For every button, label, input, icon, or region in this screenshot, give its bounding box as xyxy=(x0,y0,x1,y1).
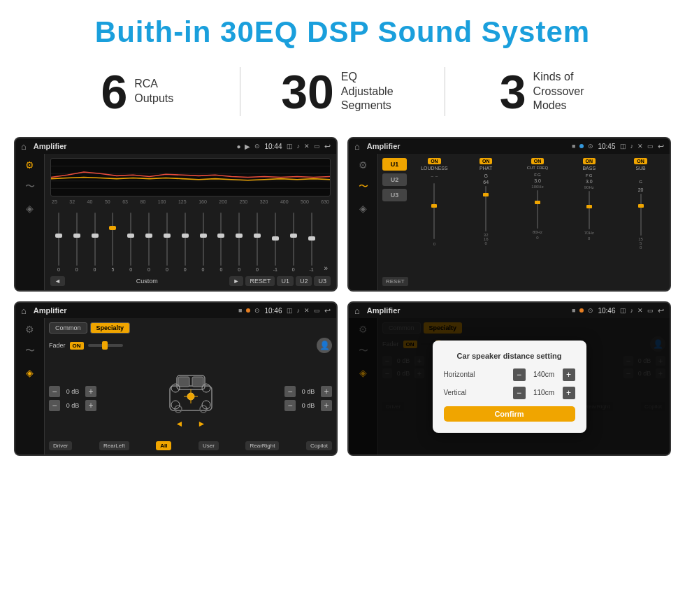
xover-home-icon[interactable]: ⌂ xyxy=(354,141,360,152)
xover-reset-btn[interactable]: RESET xyxy=(382,277,408,286)
dialog-horizontal-row: Horizontal − 140cm + xyxy=(444,368,575,381)
slider-12[interactable]: 0 xyxy=(249,213,266,272)
horizontal-plus-btn[interactable]: + xyxy=(563,368,575,381)
prev-mode-btn[interactable]: ◄ xyxy=(50,276,65,286)
slider-5[interactable]: 0 xyxy=(122,213,139,272)
user-icon: 👤 xyxy=(319,341,330,350)
u1-xover-btn[interactable]: U1 xyxy=(382,158,407,171)
fader-sidebar-wave-icon[interactable]: 〜 xyxy=(25,345,35,357)
u3-xover-btn[interactable]: U3 xyxy=(382,189,407,201)
eq-status-bar: Amplifier ● ▶ ⊙ 10:44 ◫ ♪ ✕ ▭ ↩ xyxy=(15,138,336,154)
fader-on-badge[interactable]: ON xyxy=(70,342,84,350)
car-diagram-svg xyxy=(163,368,219,417)
loudness-on-btn[interactable]: ON xyxy=(428,158,441,164)
xover-sidebar-eq-icon[interactable]: ⚙ xyxy=(359,159,368,171)
sub-on-btn[interactable]: ON xyxy=(634,158,647,164)
eq-dot1: ● xyxy=(236,143,240,150)
gain-fr-plus[interactable]: + xyxy=(321,386,332,397)
reset-btn[interactable]: RESET xyxy=(245,276,275,286)
confirm-button[interactable]: Confirm xyxy=(444,406,575,422)
eq-cam-icon: ◫ xyxy=(287,143,293,150)
fader-home-icon[interactable]: ⌂ xyxy=(21,306,27,316)
vertical-minus-btn[interactable]: − xyxy=(513,387,526,399)
eq-sidebar-speaker-icon[interactable]: ◈ xyxy=(26,203,34,214)
gain-fl-minus[interactable]: − xyxy=(49,386,60,397)
slider-1[interactable]: 0 xyxy=(50,213,67,272)
u1-btn[interactable]: U1 xyxy=(277,276,294,286)
tab-common-btn[interactable]: Common xyxy=(49,322,87,334)
fader-left-sidebar: ⚙ 〜 ◈ xyxy=(15,318,45,454)
slider-2[interactable]: 0 xyxy=(68,213,85,272)
xover-sidebar-wave-icon[interactable]: 〜 xyxy=(359,180,368,193)
vertical-plus-btn[interactable]: + xyxy=(563,387,575,399)
u3-btn[interactable]: U3 xyxy=(314,276,331,286)
slider-13[interactable]: -1 xyxy=(267,213,284,272)
freq-200: 200 xyxy=(219,199,227,204)
bass-on-btn[interactable]: ON xyxy=(583,158,596,164)
slider-6[interactable]: 0 xyxy=(140,213,157,272)
gain-rr-minus[interactable]: − xyxy=(284,400,296,411)
tab-specialty-btn[interactable]: Specialty xyxy=(90,322,131,334)
slider-7[interactable]: 0 xyxy=(159,213,175,272)
horizontal-minus-btn[interactable]: − xyxy=(513,368,526,381)
ch-bass: ON BASS F G 3.0 90Hz 70Hz xyxy=(564,158,614,272)
gain-fr-minus[interactable]: − xyxy=(284,386,296,397)
xover-sidebar-speaker-icon[interactable]: ◈ xyxy=(359,203,367,214)
fader-left-arrow[interactable]: ◄ xyxy=(175,419,184,429)
fader-dot1: ■ xyxy=(238,307,242,314)
u2-xover-btn[interactable]: U2 xyxy=(382,173,407,186)
copilot-btn[interactable]: Copilot xyxy=(306,441,332,450)
eq-app-title: Amplifier xyxy=(34,142,233,150)
eq-sidebar-wave-icon[interactable]: 〜 xyxy=(25,180,35,193)
freq-320: 320 xyxy=(260,199,268,204)
driver-btn[interactable]: Driver xyxy=(49,441,72,450)
slider-15[interactable]: -1 xyxy=(303,213,320,272)
stat-crossover: 3 Kinds ofCrossover Modes xyxy=(452,68,643,115)
gain-fl-plus[interactable]: + xyxy=(85,386,96,397)
slider-4[interactable]: 5 xyxy=(104,213,121,272)
fader-right-arrow[interactable]: ► xyxy=(198,419,206,429)
slider-9[interactable]: 0 xyxy=(195,213,212,272)
slider-10[interactable]: 0 xyxy=(212,213,229,272)
xover-x: ✕ xyxy=(637,143,643,150)
dialog-status-bar: ⌂ Amplifier ■ ⊙ 10:46 ◫ ♪ ✕ ▭ ↩ xyxy=(349,303,670,318)
slider-11[interactable]: 0 xyxy=(231,213,247,272)
dialog-home-icon[interactable]: ⌂ xyxy=(354,306,360,316)
eq-graph xyxy=(50,158,331,196)
user-btn[interactable]: User xyxy=(199,441,219,450)
rearleft-btn[interactable]: RearLeft xyxy=(99,441,129,450)
rearright-btn[interactable]: RearRight xyxy=(245,441,279,450)
freq-400: 400 xyxy=(280,199,289,204)
gain-rl-minus[interactable]: − xyxy=(49,400,60,411)
eq-sidebar-eq-icon[interactable]: ⚙ xyxy=(25,159,34,171)
slider-14[interactable]: 0 xyxy=(285,213,302,272)
bass-slider[interactable] xyxy=(589,191,590,229)
gain-rl-plus[interactable]: + xyxy=(85,400,96,411)
fader-main: Common Specialty Fader ON 👤 xyxy=(45,318,336,454)
stat-rca-label: RCAOutputs xyxy=(134,77,173,106)
all-btn[interactable]: All xyxy=(156,441,171,450)
slider-3[interactable]: 0 xyxy=(87,213,103,272)
loudness-slider[interactable] xyxy=(433,183,435,239)
fader-sidebar-speaker-icon[interactable]: ◈ xyxy=(26,367,34,378)
phat-slider[interactable] xyxy=(485,186,486,231)
fader-knob[interactable] xyxy=(102,341,108,350)
cutfreq-on-btn[interactable]: ON xyxy=(531,158,545,164)
freq-250: 250 xyxy=(240,199,248,204)
stat-eq-label: EQ AdjustableSegments xyxy=(341,70,404,113)
slider-8[interactable]: 0 xyxy=(177,213,194,272)
next-mode-btn[interactable]: ► xyxy=(229,276,244,286)
u2-btn[interactable]: U2 xyxy=(296,276,312,286)
gain-rr-plus[interactable]: + xyxy=(321,400,332,411)
dialog-time: 10:46 xyxy=(598,307,615,315)
fader-sidebar-eq-icon[interactable]: ⚙ xyxy=(25,324,34,335)
home-icon[interactable] xyxy=(21,141,27,152)
sub-slider[interactable] xyxy=(640,194,642,236)
svg-point-13 xyxy=(171,384,180,392)
fader-content: − 0 dB + − 0 dB + xyxy=(49,356,332,441)
expand-arrows[interactable]: » xyxy=(321,264,331,272)
stat-rca: 6 RCAOutputs xyxy=(42,68,233,115)
phat-on-btn[interactable]: ON xyxy=(480,158,493,164)
cutfreq-slider[interactable] xyxy=(537,190,538,229)
fader-track[interactable] xyxy=(88,344,123,347)
